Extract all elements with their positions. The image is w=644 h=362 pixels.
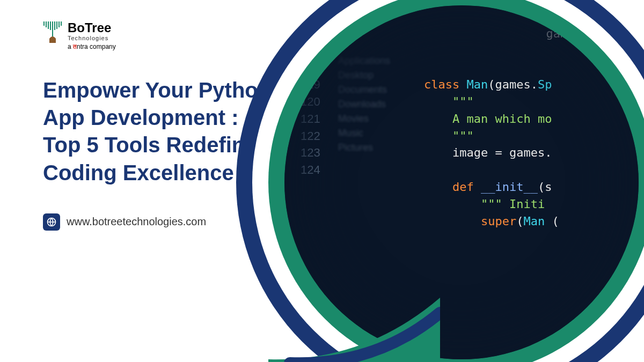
decorative-arc: games.scre Applications Desktop Document… xyxy=(236,0,644,362)
logo-subtitle: Technologies xyxy=(68,35,116,41)
svg-rect-3 xyxy=(50,21,51,30)
svg-rect-6 xyxy=(56,21,57,29)
logo-tagline: a तntra company xyxy=(68,43,116,50)
code-screenshot: games.scre Applications Desktop Document… xyxy=(284,5,639,359)
svg-rect-0 xyxy=(43,21,45,26)
svg-rect-4 xyxy=(52,21,53,31)
svg-rect-1 xyxy=(46,21,47,27)
svg-rect-8 xyxy=(61,21,62,26)
logo-text: BoTree Technologies a तntra company xyxy=(68,21,116,50)
logo-brand: BoTree xyxy=(68,21,116,34)
svg-rect-5 xyxy=(54,21,55,30)
svg-rect-7 xyxy=(58,21,60,27)
website-url: www.botreetechnologies.com xyxy=(67,216,206,228)
svg-rect-2 xyxy=(48,21,49,29)
globe-icon xyxy=(43,213,60,231)
tree-icon xyxy=(43,21,62,43)
